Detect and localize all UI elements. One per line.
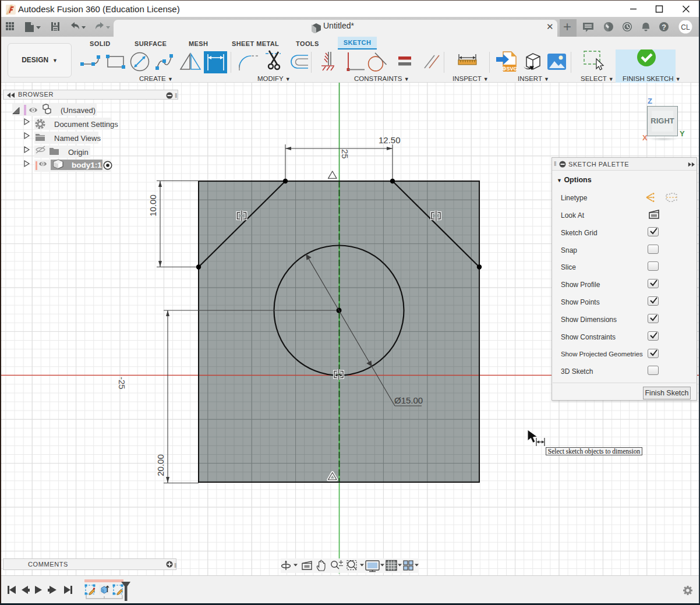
svg-text:20.00: 20.00 (155, 454, 165, 476)
svg-text:Document Settings: Document Settings (54, 120, 118, 129)
svg-text:25: 25 (340, 149, 350, 159)
svg-text:-25: -25 (117, 377, 127, 390)
svg-text:Named Views: Named Views (54, 134, 101, 143)
svg-text:10.00: 10.00 (148, 194, 158, 217)
svg-text:body1:1: body1:1 (72, 161, 102, 169)
svg-text:12.50: 12.50 (379, 135, 401, 145)
svg-text:?: ? (662, 23, 666, 31)
svg-text:⚙SVG: ⚙SVG (501, 66, 517, 72)
svg-text:(Unsaved): (Unsaved) (61, 106, 96, 115)
svg-text:Ø15.00: Ø15.00 (394, 395, 423, 405)
svg-text:CL: CL (681, 23, 690, 31)
svg-text:Origin: Origin (68, 148, 89, 157)
